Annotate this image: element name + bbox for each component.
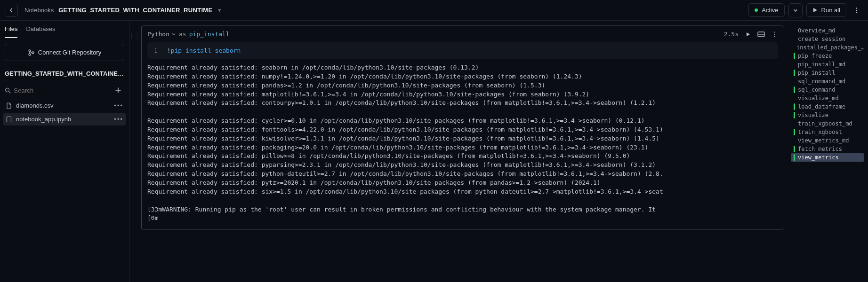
outline-item-label: create_session — [798, 36, 845, 42]
run-all-label: Run all — [821, 7, 840, 14]
outline-item-label: visualize — [798, 112, 828, 118]
outline-status-bar-icon — [794, 137, 795, 144]
outline-item[interactable]: visualize — [791, 111, 864, 119]
svg-rect-8 — [758, 32, 764, 37]
outline-item[interactable]: pip_freeze — [791, 52, 864, 60]
outline-item[interactable]: pip_install_md — [791, 60, 864, 69]
code-cell: Python as pip_install 2.5s 1 !pip instal… — [141, 25, 784, 230]
plus-icon — [115, 87, 121, 94]
svg-point-11 — [774, 36, 775, 37]
outline-item[interactable]: Overview_md — [791, 26, 864, 35]
outline-item[interactable]: view_metrics — [791, 153, 864, 162]
add-button[interactable] — [112, 84, 124, 96]
chevron-left-icon — [8, 8, 14, 13]
outline-item-label: train_xgboost_md — [798, 120, 852, 127]
outline-item[interactable]: fetch_metrics — [791, 145, 864, 153]
svg-point-5 — [32, 52, 34, 54]
repo-name[interactable]: GETTING_STARTED_WITH_CONTAINER_RU... — [0, 66, 129, 81]
outline-item-label: pip_install — [798, 70, 835, 76]
outline-status-bar-icon — [794, 95, 795, 102]
code-editor[interactable]: 1 !pip install seaborn — [147, 42, 778, 59]
sidebar: Files Databases Connect Git Repository G… — [0, 21, 129, 282]
outline-panel: Overview_mdcreate_sessioninstalled_packa… — [789, 21, 868, 282]
back-button[interactable] — [5, 4, 18, 17]
svg-point-10 — [774, 33, 775, 34]
caret-down-icon[interactable]: ▾ — [218, 7, 221, 14]
outline-item-label: installed_packages_… — [796, 44, 864, 51]
svg-point-4 — [29, 54, 31, 55]
outline-item[interactable]: load_dataframe — [791, 102, 864, 111]
outline-status-bar-icon — [794, 61, 795, 68]
as-keyword: as — [179, 31, 186, 38]
cell-gutter: ⋮⋮ — [129, 21, 139, 282]
outline-status-bar-icon — [794, 154, 795, 161]
outline-item-label: Overview_md — [798, 27, 835, 34]
outline-item-label: pip_freeze — [798, 53, 832, 59]
outline-status-bar-icon — [794, 36, 795, 42]
cell-name[interactable]: pip_install — [189, 31, 230, 38]
notebook-main: Python as pip_install 2.5s 1 !pip instal… — [139, 21, 789, 282]
outline-item-label: train_xgboost — [798, 129, 842, 135]
notebook-icon — [6, 116, 12, 123]
kebab-menu-button[interactable] — [850, 4, 863, 17]
connect-git-label: Connect Git Repository — [38, 49, 101, 56]
page-title[interactable]: GETTING_STARTED_WITH_CONTAINER_RUNTIME — [58, 7, 212, 14]
breadcrumb: Notebooks GETTING_STARTED_WITH_CONTAINER… — [24, 7, 221, 14]
outline-item-label: sql_command_md — [798, 78, 845, 85]
status-pill[interactable]: Active — [748, 3, 784, 17]
drag-handle-icon[interactable]: ⋮⋮ — [129, 32, 140, 282]
cell-language[interactable]: Python — [147, 31, 169, 38]
svg-point-0 — [856, 8, 857, 8]
outline-item-label: pip_install_md — [798, 61, 845, 68]
outline-item[interactable]: create_session — [791, 35, 864, 43]
outline-status-bar-icon — [794, 112, 795, 118]
outline-status-bar-icon — [794, 120, 795, 127]
outline-status-bar-icon — [794, 146, 795, 152]
outline-status-bar-icon — [794, 129, 795, 135]
more-vertical-icon — [853, 7, 860, 14]
more-vertical-icon[interactable] — [772, 31, 778, 38]
outline-item[interactable]: pip_install — [791, 69, 864, 77]
line-number: 1 — [154, 47, 158, 54]
outline-item-label: fetch_metrics — [798, 146, 842, 152]
outline-item[interactable]: train_xgboost_md — [791, 119, 864, 128]
chevron-down-icon[interactable] — [171, 32, 176, 37]
outline-item[interactable]: installed_packages_… — [791, 43, 864, 52]
file-name: notebook_app.ipynb — [16, 116, 71, 123]
outline-status-bar-icon — [794, 27, 795, 34]
outline-status-bar-icon — [794, 78, 795, 85]
svg-point-9 — [774, 31, 775, 32]
outline-item-label: view_metrics_md — [798, 137, 849, 144]
tab-files[interactable]: Files — [5, 25, 17, 38]
file-item-notebook[interactable]: notebook_app.ipynb ••• — [3, 113, 126, 125]
outline-status-bar-icon — [794, 53, 795, 59]
outline-status-bar-icon — [794, 103, 795, 110]
outline-item[interactable]: view_metrics_md — [791, 136, 864, 145]
outline-item[interactable]: sql_command_md — [791, 77, 864, 86]
topbar: Notebooks GETTING_STARTED_WITH_CONTAINER… — [0, 0, 868, 21]
run-all-button[interactable]: Run all — [806, 3, 846, 17]
play-icon[interactable] — [745, 31, 751, 37]
outline-item[interactable]: visualize_md — [791, 94, 864, 102]
search-icon — [5, 87, 11, 94]
output-toggle-icon[interactable] — [757, 31, 765, 37]
status-dropdown-button[interactable] — [788, 3, 803, 17]
outline-item[interactable]: sql_command — [791, 86, 864, 94]
outline-status-bar-icon — [794, 86, 795, 93]
code-line: !pip install seaborn — [167, 47, 241, 54]
exec-time: 2.5s — [724, 31, 739, 38]
connect-git-button[interactable]: Connect Git Repository — [5, 44, 124, 61]
search-input[interactable] — [14, 87, 109, 94]
file-more-button[interactable]: ••• — [114, 102, 123, 109]
outline-item[interactable]: train_xgboost — [791, 128, 864, 136]
chevron-down-icon — [793, 8, 798, 13]
outline-item-label: load_dataframe — [798, 103, 845, 110]
breadcrumb-root[interactable]: Notebooks — [24, 7, 54, 14]
svg-point-6 — [6, 88, 9, 92]
status-dot-icon — [755, 8, 758, 12]
cell-output: Requirement already satisfied: seaborn i… — [142, 63, 784, 223]
outline-item-label: visualize_md — [798, 95, 839, 102]
file-item-csv[interactable]: diamonds.csv ••• — [3, 99, 126, 112]
file-more-button[interactable]: ••• — [114, 116, 123, 123]
tab-databases[interactable]: Databases — [26, 25, 55, 38]
